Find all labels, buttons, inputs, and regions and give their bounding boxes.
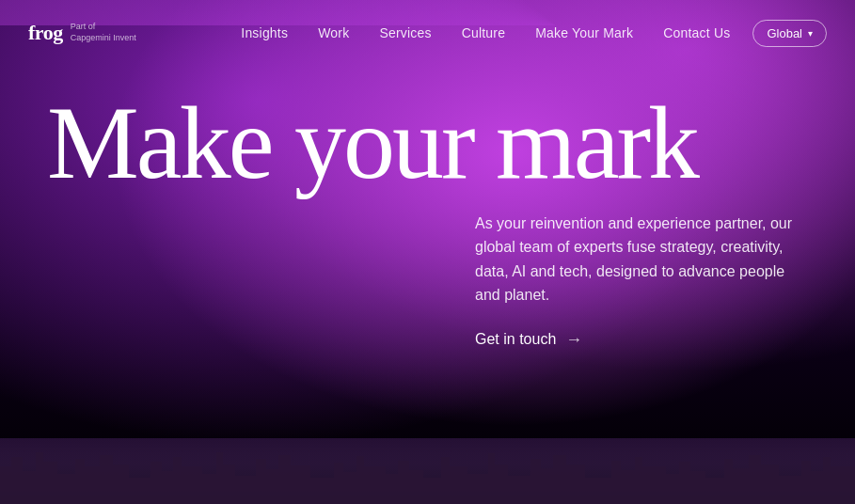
logo-tagline: Part of Capgemini Invent xyxy=(71,22,136,43)
nav-item-make-your-mark[interactable]: Make Your Mark xyxy=(535,24,633,41)
hero-body-text: As your reinvention and experience partn… xyxy=(475,212,808,350)
nav-item-culture[interactable]: Culture xyxy=(462,24,506,41)
hero-lower: As your reinvention and experience partn… xyxy=(47,212,808,350)
arrow-icon: → xyxy=(565,330,582,350)
logo-text[interactable]: frog xyxy=(28,21,63,45)
nav-link-services[interactable]: Services xyxy=(379,25,431,40)
hero-section: frog Part of Capgemini Invent Insights W… xyxy=(0,0,855,504)
logo-area: frog Part of Capgemini Invent xyxy=(28,21,136,45)
chevron-down-icon: ▾ xyxy=(808,28,813,39)
nav-links: Insights Work Services Culture Make Your… xyxy=(241,24,730,41)
nav-item-insights[interactable]: Insights xyxy=(241,24,288,41)
nav-item-work[interactable]: Work xyxy=(318,24,349,41)
nav-item-services[interactable]: Services xyxy=(379,24,431,41)
hero-content: Make your mark As your reinvention and e… xyxy=(0,0,855,504)
navbar: frog Part of Capgemini Invent Insights W… xyxy=(0,0,855,66)
nav-link-culture[interactable]: Culture xyxy=(462,25,506,40)
tagline-line2: Capgemini Invent xyxy=(71,33,136,44)
nav-item-contact-us[interactable]: Contact Us xyxy=(663,24,730,41)
cta-link[interactable]: Get in touch → xyxy=(475,330,582,350)
tagline-line1: Part of xyxy=(71,22,136,33)
global-button[interactable]: Global ▾ xyxy=(752,20,827,47)
cta-label: Get in touch xyxy=(475,331,556,348)
nav-link-make-your-mark[interactable]: Make Your Mark xyxy=(535,25,633,40)
nav-link-insights[interactable]: Insights xyxy=(241,25,288,40)
hero-description: As your reinvention and experience partn… xyxy=(475,212,808,307)
hero-headline: Make your mark xyxy=(47,94,808,193)
nav-link-contact-us[interactable]: Contact Us xyxy=(663,25,730,40)
global-button-label: Global xyxy=(767,26,802,40)
nav-link-work[interactable]: Work xyxy=(318,25,349,40)
